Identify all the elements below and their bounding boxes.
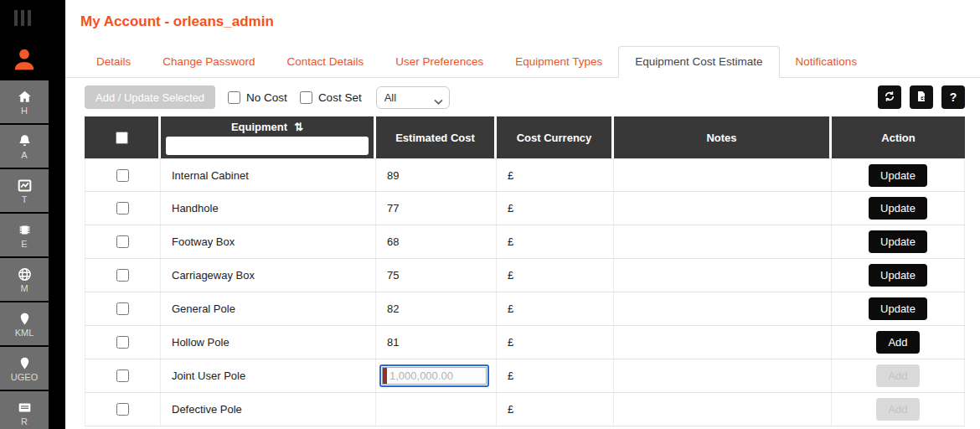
tab-equipment-types[interactable]: Equipment Types — [499, 47, 618, 77]
estimated-cost-input[interactable] — [387, 368, 486, 384]
row-checkbox[interactable] — [116, 269, 129, 282]
sidebar-item-ugeo[interactable]: UGEO — [0, 347, 49, 390]
estimated-cost-cell — [376, 393, 497, 426]
header-equipment: Equipment ⇅ — [161, 116, 374, 158]
sidebar-item-t[interactable]: T — [0, 169, 49, 212]
sort-icon[interactable]: ⇅ — [294, 121, 303, 133]
card-icon — [17, 400, 33, 416]
select-all-checkbox[interactable] — [116, 132, 128, 144]
bell-icon — [17, 133, 33, 149]
currency-cell: £ — [497, 359, 614, 392]
page-title: My Account - orleans_admin — [65, 0, 980, 30]
sidebar: H A T E — [0, 0, 65, 429]
update-button[interactable]: Update — [869, 264, 927, 287]
table-row: Internal Cabinet 89 £ Update — [85, 158, 965, 192]
equipment-cost-table: Equipment ⇅ Estimated Cost Cost Currency… — [85, 116, 965, 426]
sidebar-item-r[interactable]: R — [0, 391, 49, 429]
update-button[interactable]: Update — [869, 164, 927, 187]
export-button[interactable] — [910, 85, 933, 109]
sidebar-item-label: M — [20, 284, 28, 293]
header-notes: Notes — [614, 116, 829, 158]
tab-details[interactable]: Details — [80, 47, 147, 77]
cost-set-filter: Cost Set — [300, 91, 362, 104]
row-checkbox[interactable] — [116, 403, 129, 416]
notes-cell — [614, 159, 832, 191]
sidebar-item-label: H — [21, 106, 28, 116]
currency-cell: £ — [497, 259, 614, 292]
sidebar-item-label: A — [21, 151, 27, 160]
sidebar-item-h[interactable]: H — [0, 80, 49, 123]
table-row: Joint User Pole £ Add — [85, 359, 965, 393]
notes-cell — [614, 326, 832, 359]
sidebar-item-a[interactable]: A — [0, 125, 49, 168]
chart-icon — [17, 178, 33, 194]
sidebar-item-label: E — [21, 240, 27, 249]
tab-contact-details[interactable]: Contact Details — [271, 47, 380, 77]
cost-set-checkbox[interactable] — [300, 91, 312, 104]
table-row: Footway Box 68 £ Update — [85, 225, 965, 259]
equipment-filter-select[interactable]: All — [376, 86, 450, 109]
currency-cell: £ — [497, 393, 614, 426]
estimated-cost-cell: 82 — [376, 292, 497, 325]
toolbar: Add / Update Selected No Cost Cost Set A… — [85, 85, 965, 109]
estimated-cost-cell — [376, 359, 497, 392]
tab-equipment-cost-estimate[interactable]: Equipment Cost Estimate — [618, 46, 779, 78]
row-checkbox[interactable] — [116, 235, 129, 248]
estimated-cost-cell: 68 — [376, 225, 497, 258]
chip-icon — [17, 222, 33, 238]
sidebar-item-kml[interactable]: KML — [0, 302, 49, 345]
pin-icon — [18, 355, 32, 371]
equipment-filter-input[interactable] — [166, 137, 369, 155]
equipment-cell: Handhole — [161, 192, 376, 225]
main-content: My Account - orleans_admin Details Chang… — [65, 0, 980, 429]
row-checkbox[interactable] — [116, 370, 129, 382]
equipment-cell: General Pole — [161, 292, 376, 325]
table-body: Internal Cabinet 89 £ Update Handhole 77… — [85, 158, 965, 426]
table-row: Carriageway Box 75 £ Update — [85, 259, 965, 292]
help-button[interactable]: ? — [941, 85, 965, 109]
cost-input-focus-ring — [379, 364, 489, 387]
user-avatar-icon[interactable] — [11, 46, 38, 73]
estimated-cost-cell: 77 — [376, 192, 497, 225]
notes-cell — [614, 225, 832, 258]
no-cost-label: No Cost — [246, 91, 287, 104]
row-checkbox[interactable] — [116, 336, 129, 349]
row-checkbox[interactable] — [116, 202, 129, 214]
add-button-disabled: Add — [876, 398, 919, 421]
update-button[interactable]: Update — [869, 230, 927, 253]
currency-cell: £ — [497, 292, 614, 325]
add-button[interactable]: Add — [876, 331, 919, 354]
tab-change-password[interactable]: Change Password — [147, 47, 271, 77]
update-button[interactable]: Update — [869, 197, 927, 220]
cost-set-label: Cost Set — [318, 91, 362, 104]
estimated-cost-cell: 75 — [376, 259, 497, 292]
header-estimated-cost: Estimated Cost — [376, 116, 494, 158]
estimated-cost-cell: 81 — [376, 326, 497, 359]
currency-cell: £ — [497, 159, 614, 191]
menu-toggle-icon[interactable] — [14, 10, 65, 26]
app-window: H A T E — [0, 0, 980, 429]
refresh-button[interactable] — [878, 85, 901, 109]
sidebar-item-e[interactable]: E — [0, 214, 49, 256]
tab-notifications[interactable]: Notifications — [780, 47, 874, 77]
sidebar-item-label: T — [22, 195, 28, 204]
header-cost-currency: Cost Currency — [497, 116, 611, 158]
add-update-selected-button[interactable]: Add / Update Selected — [85, 85, 215, 109]
notes-cell — [614, 292, 832, 325]
update-button[interactable]: Update — [869, 297, 927, 320]
row-checkbox[interactable] — [116, 169, 129, 182]
equipment-cell: Internal Cabinet — [161, 159, 376, 191]
refresh-icon — [883, 90, 896, 106]
equipment-cell: Hollow Pole — [161, 326, 376, 359]
equipment-cell: Carriageway Box — [161, 259, 376, 292]
no-cost-checkbox[interactable] — [228, 91, 240, 104]
no-cost-filter: No Cost — [228, 91, 287, 104]
table-row: Handhole 77 £ Update — [85, 192, 965, 225]
currency-cell: £ — [497, 326, 614, 359]
tab-user-preferences[interactable]: User Preferences — [379, 47, 499, 77]
row-checkbox[interactable] — [116, 302, 129, 315]
notes-cell — [614, 359, 832, 392]
help-icon: ? — [950, 90, 957, 104]
add-button-disabled: Add — [876, 364, 919, 387]
sidebar-item-m[interactable]: M — [0, 258, 49, 301]
